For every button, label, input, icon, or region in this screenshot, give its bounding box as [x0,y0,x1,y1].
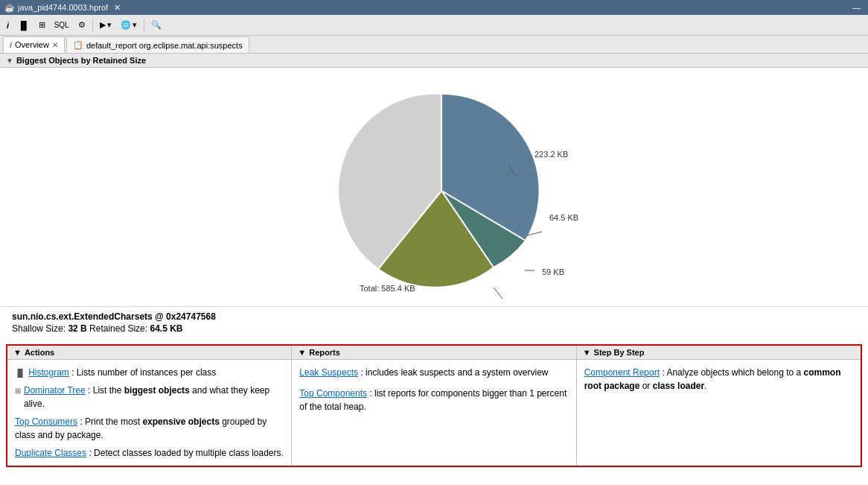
panel-actions-content: ▐▌ Histogram : Lists number of instances… [7,360,291,466]
separator1 [92,19,93,32]
object-size-info: Shallow Size: 32 B Retained Size: 64.5 K… [12,323,856,334]
toolbar-run-btn[interactable]: ▶ ▾ [96,17,115,34]
report-leak-suspects: Leak Suspects : includes leak suspects a… [299,366,568,379]
dominator-text: Dominator Tree : List the biggest object… [24,384,284,410]
search-icon: 🔍 [151,20,162,30]
tab-overview[interactable]: i Overview ✕ [3,37,65,53]
retained-label: Retained Size: [89,323,150,334]
step-collapse-arrow[interactable]: ▼ [583,348,591,357]
title-bar-left: ☕ java_pid4744.0003.hprof ✕ [4,3,121,13]
separator2 [144,19,144,32]
toolbar: i ▐▌ ⊞ SQL ⚙ ▶ ▾ 🌐 ▾ 🔍 [0,15,868,36]
tab-report-icon: 📋 [73,40,83,50]
panel-step-by-step: ▼ Step By Step Component Report : Analyz… [577,346,861,466]
object-class-name: sun.nio.cs.ext.ExtendedCharsets @ 0x2474… [12,311,856,322]
dominator-link[interactable]: Dominator Tree [24,385,86,396]
actions-collapse-arrow[interactable]: ▼ [13,348,22,357]
gear-icon: ⚙ [78,20,86,30]
object-info: sun.nio.cs.ext.ExtendedCharsets @ 0x2474… [0,306,868,338]
globe-icon: 🌐 [121,20,131,30]
toolbar-info-btn[interactable]: i [3,17,13,34]
action-top-consumers: Top Consumers : Print the most expensive… [15,415,284,442]
report-top-components: Top Components : list reports for compon… [299,387,568,413]
actions-header-label: Actions [25,348,54,357]
toolbar-grid-btn[interactable]: ⊞ [35,17,49,34]
title-close-icon[interactable]: ✕ [114,3,121,13]
title-bar: ☕ java_pid4744.0003.hprof ✕ — [0,0,868,15]
duplicate-classes-link[interactable]: Duplicate Classes [15,448,86,458]
pie-chart: 223.2 KB 64.5 KB 59 KB 238.8 KB Total: 5… [248,75,620,299]
panel-step-header: ▼ Step By Step [577,346,861,360]
run-dropdown-icon: ▾ [107,20,112,30]
label-59: 59 KB [542,267,564,276]
leak-suspects-link[interactable]: Leak Suspects [299,367,358,378]
main-content: ▼ Biggest Objects by Retained Size 223.2… [0,54,868,485]
section-header-biggest-objects: ▼ Biggest Objects by Retained Size [0,54,868,68]
tab-default-report[interactable]: 📋 default_report org.eclipse.mat.api:sus… [66,37,249,53]
reports-header-label: Reports [309,348,340,357]
run-icon: ▶ [100,20,106,30]
toolbar-histogram-btn[interactable]: ▐▌ [14,17,33,34]
reports-collapse-arrow[interactable]: ▼ [298,348,306,357]
section-collapse-arrow[interactable]: ▼ [6,57,13,65]
label-223: 223.2 KB [534,150,568,159]
panel-reports-content: Leak Suspects : includes leak suspects a… [292,360,575,419]
histogram-text: Histogram : Lists number of instances pe… [28,366,216,379]
label-line-238 [494,288,508,299]
histogram-link[interactable]: Histogram [28,367,69,378]
action-duplicate-classes: Duplicate Classes : Detect classes loade… [15,446,284,460]
retained-value: 64.5 KB [150,323,182,334]
tab-overview-close[interactable]: ✕ [52,41,58,49]
title-bar-right: — [849,3,864,12]
toolbar-search-btn[interactable]: 🔍 [147,17,165,34]
toolbar-gear-btn[interactable]: ⚙ [74,17,89,34]
histogram-icon-small: ▐▌ [15,367,25,378]
sql-icon: SQL [54,21,69,29]
toolbar-sql-btn[interactable]: SQL [51,17,73,34]
leak-suspects-desc: : includes leak suspects and a system ov… [360,367,548,378]
section-header-text: Biggest Objects by Retained Size [16,56,146,65]
panel-actions: ▼ Actions ▐▌ Histogram : Lists number of… [7,346,292,466]
action-histogram: ▐▌ Histogram : Lists number of instances… [15,366,284,379]
step-header-label: Step By Step [594,348,645,357]
top-consumers-link[interactable]: Top Consumers [15,416,77,427]
toolbar-globe-btn[interactable]: 🌐 ▾ [117,17,141,34]
dominator-icon: ⊞ [15,385,21,396]
chart-area: 223.2 KB 64.5 KB 59 KB 238.8 KB Total: 5… [0,68,868,306]
panel-reports: ▼ Reports Leak Suspects : includes leak … [292,346,576,466]
action-dominator: ⊞ Dominator Tree : List the biggest obje… [15,384,284,410]
info-icon: i [7,21,9,30]
tab-default-report-label: default_report org.eclipse.mat.api:suspe… [86,41,243,50]
title-text: java_pid4744.0003.hprof [18,3,108,12]
label-64: 64.5 KB [549,213,578,222]
panel-actions-header: ▼ Actions [7,346,291,360]
grid-icon: ⊞ [39,20,45,30]
histogram-icon: ▐▌ [18,21,30,30]
minimize-btn[interactable]: — [849,3,864,12]
bottom-panels: ▼ Actions ▐▌ Histogram : Lists number of… [6,344,862,467]
top-components-link[interactable]: Top Components [299,388,367,399]
tab-overview-icon: i [10,40,12,49]
tab-overview-label: Overview [15,40,49,49]
panel-reports-header: ▼ Reports [292,346,575,360]
component-report-link[interactable]: Component Report [584,367,660,378]
shallow-value: 32 B [68,323,86,334]
panel-step-content: Component Report : Analyze objects which… [577,360,861,399]
tab-bar: i Overview ✕ 📋 default_report org.eclips… [0,36,868,54]
file-icon: ☕ [4,3,15,13]
duplicate-classes-desc: : Detect classes loaded by multiple clas… [89,448,283,458]
shallow-label: Shallow Size: [12,323,68,334]
total-label: Total: 585.4 KB [360,284,415,293]
globe-dropdown-icon: ▾ [133,20,137,30]
step-component-report: Component Report : Analyze objects which… [584,366,853,393]
histogram-desc: : Lists number of instances per class [71,367,216,378]
